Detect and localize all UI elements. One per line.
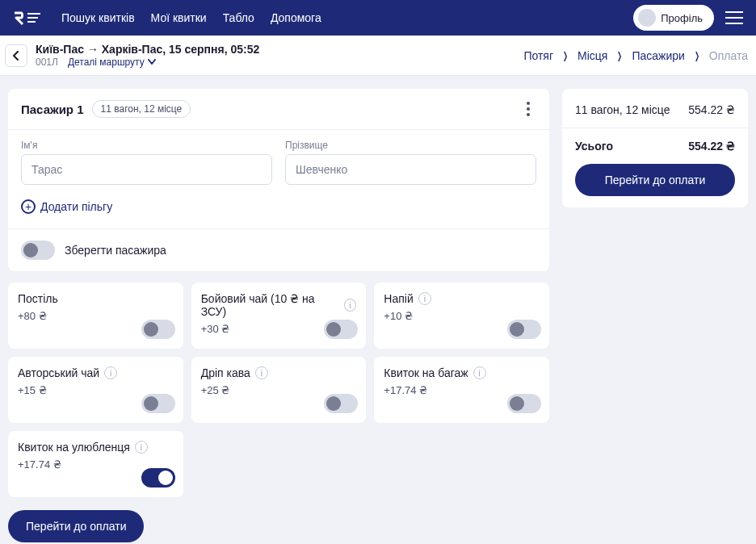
nav-search-tickets[interactable]: Пошук квитків	[61, 11, 135, 24]
extras-grid: Постіль+80 ₴Бойовий чай (10 ₴ на ЗСУ)i+3…	[8, 282, 549, 497]
first-name-input[interactable]	[21, 154, 272, 185]
step-passengers[interactable]: Пасажири	[632, 49, 684, 62]
extra-tile: Авторський чайi+15 ₴	[8, 357, 183, 423]
back-button[interactable]	[5, 44, 27, 67]
extra-toggle[interactable]	[141, 320, 175, 339]
uz-logo-icon	[13, 10, 42, 26]
summary-total-label: Усього	[575, 140, 613, 153]
summary-seat-label: 11 вагон, 12 місце	[575, 103, 670, 116]
extra-toggle[interactable]	[507, 394, 541, 413]
chevron-down-icon	[148, 59, 156, 65]
nav-help[interactable]: Допомога	[271, 11, 321, 24]
passenger-card: Пасажир 1 11 вагон, 12 місце Ім'я Прізви…	[8, 89, 549, 271]
profile-label: Профіль	[661, 12, 703, 24]
passenger-menu-icon[interactable]	[520, 101, 536, 117]
extra-name: Квиток на багаж	[384, 366, 468, 379]
extra-name: Авторський чай	[18, 366, 99, 379]
info-icon[interactable]: i	[255, 366, 268, 379]
extra-tile: Постіль+80 ₴	[8, 282, 183, 349]
nav-board[interactable]: Табло	[223, 11, 254, 24]
extra-tile: Квиток на улюбленцяi+17.74 ₴	[8, 431, 183, 497]
add-benefit-label: Додати пільгу	[40, 200, 112, 213]
info-icon[interactable]: i	[135, 441, 148, 454]
save-passenger-toggle[interactable]	[21, 241, 55, 260]
step-payment: Оплата	[709, 49, 748, 62]
step-seats[interactable]: Місця	[578, 49, 607, 62]
info-icon[interactable]: i	[473, 366, 486, 379]
route-block: Київ-Пас → Харків-Пас, 15 серпня, 05:52 …	[36, 43, 259, 68]
breadcrumb: Потяг ❯ Місця ❯ Пасажири ❯ Оплата	[523, 49, 748, 62]
route-details-link[interactable]: Деталі маршруту	[68, 56, 156, 68]
top-navbar: Пошук квитків Мої квитки Табло Допомога …	[0, 0, 756, 36]
info-icon[interactable]: i	[104, 366, 117, 379]
menu-icon[interactable]	[725, 11, 743, 24]
extra-name: Дріп кава	[201, 366, 250, 379]
extra-name: Квиток на улюбленця	[18, 441, 130, 454]
extra-name: Напій	[384, 292, 413, 305]
summary-card: 11 вагон, 12 місце 554.22 ₴ Усього 554.2…	[562, 89, 748, 207]
route-details-label: Деталі маршруту	[68, 56, 145, 68]
extra-toggle[interactable]	[324, 394, 358, 413]
chevron-right-icon: ❯	[695, 50, 699, 61]
extra-tile: Квиток на багажi+17.74 ₴	[374, 357, 549, 423]
save-passenger-label: Зберегти пасажира	[65, 244, 166, 257]
route-title: Київ-Пас → Харків-Пас, 15 серпня, 05:52	[36, 43, 259, 56]
extra-name: Бойовий чай (10 ₴ на ЗСУ)	[201, 292, 339, 318]
extra-tile: Дріп каваi+25 ₴	[191, 357, 367, 423]
chevron-left-icon	[12, 51, 20, 61]
step-train[interactable]: Потяг	[523, 49, 553, 62]
info-icon[interactable]: i	[418, 292, 431, 305]
trip-subheader: Київ-Пас → Харків-Пас, 15 серпня, 05:52 …	[0, 36, 756, 76]
summary-total-price: 554.22 ₴	[688, 140, 735, 153]
train-number: 001Л	[36, 56, 58, 68]
extra-tile: Напійi+10 ₴	[374, 282, 549, 349]
add-benefit-button[interactable]: + Додати пільгу	[21, 199, 112, 214]
extra-tile: Бойовий чай (10 ₴ на ЗСУ)i+30 ₴	[191, 282, 367, 349]
proceed-to-payment-button[interactable]: Перейти до оплати	[575, 164, 735, 196]
avatar-icon	[638, 9, 656, 27]
extra-name: Постіль	[18, 292, 58, 305]
nav-items: Пошук квитків Мої квитки Табло Допомога	[61, 11, 633, 24]
extra-toggle[interactable]	[507, 320, 541, 339]
extra-toggle[interactable]	[141, 468, 175, 488]
profile-button[interactable]: Профіль	[633, 5, 714, 31]
last-name-label: Прізвище	[285, 140, 536, 151]
nav-my-tickets[interactable]: Мої квитки	[151, 11, 207, 24]
last-name-input[interactable]	[285, 154, 536, 185]
extra-toggle[interactable]	[141, 394, 175, 413]
uz-logo[interactable]	[13, 10, 42, 26]
proceed-to-payment-button-bottom[interactable]: Перейти до оплати	[8, 510, 144, 542]
passenger-title: Пасажир 1	[21, 103, 84, 116]
summary-seat-price: 554.22 ₴	[688, 103, 735, 116]
chevron-right-icon: ❯	[563, 50, 568, 61]
chevron-right-icon: ❯	[617, 50, 622, 61]
first-name-label: Ім'я	[21, 140, 272, 151]
seat-chip: 11 вагон, 12 місце	[92, 100, 191, 118]
plus-circle-icon: +	[21, 199, 36, 214]
info-icon[interactable]: i	[344, 299, 357, 312]
extra-toggle[interactable]	[324, 320, 358, 339]
